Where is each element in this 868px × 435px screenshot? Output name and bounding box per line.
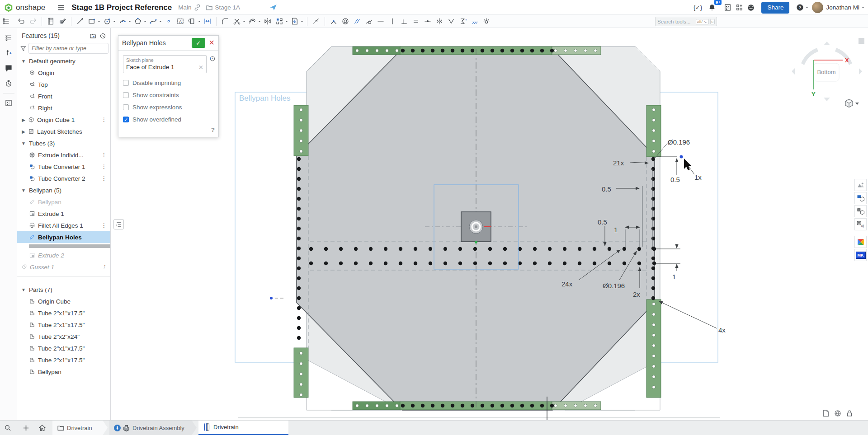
add-tab-button[interactable] [20,422,32,434]
quadrant-extension-icon[interactable] [854,236,867,248]
dialog-help-icon[interactable]: ? [211,126,215,133]
tree-item-bellypan-holes[interactable]: Bellypan Holes [17,231,110,243]
clear-selection-icon[interactable]: ✕ [198,64,203,71]
dimension-tool-icon[interactable] [202,16,213,27]
offset-menu-caret-icon[interactable] [258,21,261,23]
app-name[interactable]: onshape [16,3,45,12]
user-menu-caret-icon[interactable] [862,7,864,9]
dim-spacing-right[interactable]: 1 [672,273,676,281]
tree-item-extrude-1[interactable]: Extrude 1 [17,208,110,220]
tangent-constraint-icon[interactable] [363,16,375,27]
variables-icon[interactable] [3,47,14,59]
dim-count-21x[interactable]: 21x [613,159,624,167]
point-tool-icon[interactable] [163,16,175,27]
dim-count-4x[interactable]: 4x [718,326,726,334]
rectangle-menu-caret-icon[interactable] [98,21,100,23]
home-button[interactable] [36,422,48,434]
comments-icon[interactable] [3,62,14,74]
part-item[interactable]: Origin Cube [17,295,110,307]
spline-menu-caret-icon[interactable] [159,21,162,23]
part-item[interactable]: Bellypan [17,366,110,378]
parallel-constraint-icon[interactable] [351,16,363,27]
feature-filter-input[interactable] [28,43,108,54]
linear-pattern-icon[interactable] [274,16,285,27]
checkbox-checked-icon[interactable]: ✓ [123,117,129,122]
view-face-label[interactable]: Bottom [817,69,835,75]
branch-name[interactable]: Main [178,4,191,11]
perpendicular-constraint-icon[interactable] [398,16,410,27]
tree-options-button[interactable] [113,219,124,229]
checkbox-icon[interactable] [123,80,129,86]
offset-tool-icon[interactable] [246,16,258,27]
extend-tool-icon[interactable] [310,16,322,27]
new-folder-icon[interactable] [88,30,98,42]
item-menu-icon[interactable]: ⋮ [101,222,107,229]
hamburger-menu-icon[interactable] [55,2,67,14]
tree-item-tube-converter-2[interactable]: Tube Converter 2⋮ [17,173,110,184]
dim-hole-dia-bottom[interactable]: Ø0.196 [603,282,625,290]
tree-item-tube-converter-1[interactable]: Tube Converter 1⋮ [17,161,110,173]
undo-icon[interactable] [15,16,27,27]
part-item[interactable]: Tube 2"x1"x17.5" [17,307,110,319]
redo-icon[interactable] [27,16,39,27]
tab-folder-drivetrain[interactable]: Drivetrain [52,421,108,435]
expression-icon[interactable]: ? [457,16,469,27]
dim-hole-dia-top[interactable]: Ø0.196 [668,138,690,146]
tab-search-icon[interactable] [2,422,14,434]
drawing-icon[interactable] [45,16,57,27]
dim-offset-left[interactable]: 0.5 [602,185,611,193]
tree-item-origin-cube[interactable]: ▶Origin Cube 1⋮ [17,114,110,126]
tree-group-tubes[interactable]: ▼Tubes (3) [17,137,110,149]
dxf-menu-caret-icon[interactable] [301,21,303,23]
mk-extension-icon[interactable]: MK [854,249,867,261]
rollback-history-icon[interactable] [98,30,108,42]
polygon-menu-caret-icon[interactable] [144,21,146,23]
versions-icon[interactable] [3,97,14,109]
tree-group-bellypan[interactable]: ▼Bellypan (5) [17,184,110,196]
section-globe-icon[interactable] [834,409,842,419]
apps-grid-icon[interactable] [733,2,745,14]
rollback-bar[interactable] [29,244,110,248]
spline-tool-icon[interactable] [147,16,159,27]
coincident-constraint-icon[interactable] [328,16,340,27]
polygon-tool-icon[interactable] [132,16,144,27]
dim-spacing-1[interactable]: 1 [614,226,618,234]
pattern-menu-caret-icon[interactable] [285,21,288,23]
item-menu-icon[interactable]: ⋮ [101,264,107,270]
tree-item-extrude-2[interactable]: Extrude 2 [17,249,110,261]
part-item[interactable]: Tube 2"x1"x17.5" [17,354,110,366]
grid-cube-alt-panel-icon[interactable] [854,205,867,217]
text-tool-icon[interactable]: A [175,16,186,27]
concentric-constraint-icon[interactable] [340,16,351,27]
rectangle-tool-icon[interactable] [86,16,98,27]
history-icon[interactable] [3,78,14,89]
tree-item-origin[interactable]: Origin [17,67,110,79]
appearance-panel-icon[interactable] [854,179,867,191]
help-caret-icon[interactable] [806,7,808,9]
fix-constraint-icon[interactable] [469,16,481,27]
mirror-tool-icon[interactable] [262,16,274,27]
sketch-point-left[interactable] [270,297,273,299]
link-icon[interactable] [192,2,203,14]
grid-x-panel-icon[interactable]: x) [854,218,867,230]
vertical-constraint-icon[interactable] [387,16,398,27]
part-item[interactable]: Tube 2"x2"x24" [17,331,110,342]
item-menu-icon[interactable]: ⋮ [101,117,107,123]
tree-item-extrude-individual[interactable]: Extrude Individ...⋮ [17,149,110,161]
release-tasks-icon[interactable] [722,2,733,14]
arc-menu-caret-icon[interactable] [128,21,131,23]
sketch-icon[interactable] [57,16,68,27]
slot-menu-caret-icon[interactable] [198,21,201,23]
symmetric-constraint-icon[interactable] [434,16,445,27]
option-show-overdefined[interactable]: ✓Show overdefined [118,113,218,126]
parent-folder-name[interactable]: Stage 1A [215,4,241,11]
view-cube[interactable]: Bottom X Y [792,42,868,112]
option-disable-imprinting[interactable]: Disable imprinting [118,77,218,89]
part-item[interactable]: Tube 2"x1"x17.5" [17,319,110,331]
slot-tool-icon[interactable] [186,16,198,27]
user-name[interactable]: Jonathan Mi [826,4,859,11]
help-icon[interactable]: ? [794,2,806,14]
trim-menu-caret-icon[interactable] [243,21,245,23]
commit-button[interactable]: ✓ [192,38,205,48]
feature-list-toggle-icon[interactable] [0,16,12,27]
